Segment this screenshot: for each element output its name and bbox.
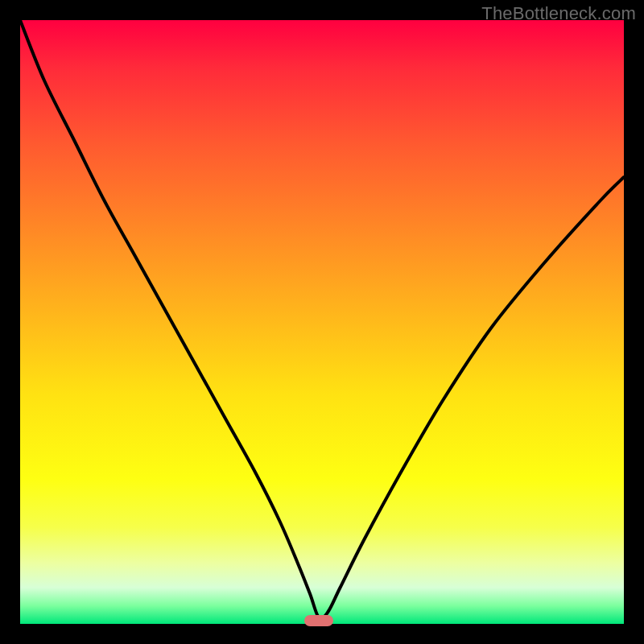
plot-area	[20, 20, 624, 624]
optimal-marker	[304, 615, 333, 626]
chart-frame: TheBottleneck.com	[0, 0, 644, 644]
bottleneck-curve	[20, 20, 624, 624]
